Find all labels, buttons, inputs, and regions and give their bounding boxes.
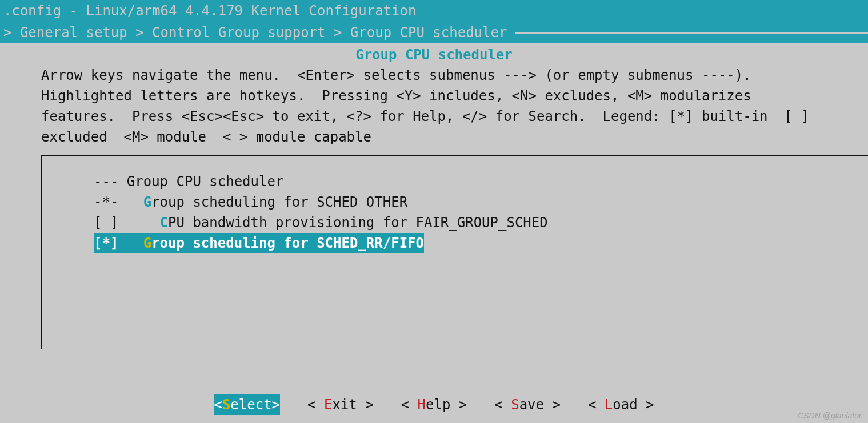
menu-list: --- Group CPU scheduler-*- Group schedul… bbox=[41, 155, 868, 253]
menu-item-mark: [*] bbox=[94, 235, 143, 251]
config-panel: Group CPU scheduler Arrow keys navigate … bbox=[0, 43, 868, 423]
menu-item-2[interactable]: [ ] CPU bandwidth provisioning for FAIR_… bbox=[94, 212, 548, 233]
menu-item-label: Group CPU scheduler bbox=[127, 174, 284, 190]
button-label: ave bbox=[519, 397, 544, 413]
exit-button[interactable]: < Exit > bbox=[307, 394, 374, 415]
button-bar: <Select>< Exit >< Help >< Save >< Load > bbox=[0, 394, 868, 415]
button-hotkey: H bbox=[418, 397, 426, 413]
menu-item-hotkey: G bbox=[143, 235, 151, 251]
menu-item-mark: --- bbox=[94, 174, 127, 190]
watermark: CSDN @glaniator. bbox=[798, 410, 863, 422]
menu-item-label: PU bandwidth provisioning for FAIR_GROUP… bbox=[168, 215, 548, 231]
menu-area: --- Group CPU scheduler-*- Group schedul… bbox=[41, 155, 868, 349]
button-hotkey: S bbox=[511, 397, 519, 413]
menu-item-0[interactable]: --- Group CPU scheduler bbox=[94, 171, 283, 192]
menu-item-3[interactable]: [*] Group scheduling for SCHED_RR/FIFO bbox=[94, 233, 424, 253]
save-button[interactable]: < Save > bbox=[494, 394, 561, 415]
button-label: xit bbox=[332, 397, 357, 413]
menu-item-label: roup scheduling for SCHED_OTHER bbox=[151, 194, 407, 210]
window-title: .config - Linux/arm64 4.4.179 Kernel Con… bbox=[0, 0, 868, 22]
help-text: Arrow keys navigate the menu. <Enter> se… bbox=[0, 65, 868, 147]
breadcrumb: > General setup > Control Group support … bbox=[0, 22, 515, 43]
load-button[interactable]: < Load > bbox=[588, 394, 654, 415]
menu-item-label: roup scheduling for SCHED_RR/FIFO bbox=[151, 235, 424, 251]
button-hotkey: S bbox=[222, 397, 230, 413]
button-label: oad bbox=[613, 397, 637, 413]
button-hotkey: L bbox=[605, 397, 613, 413]
menu-item-mark: -*- bbox=[94, 194, 143, 210]
menu-item-hotkey: G bbox=[143, 194, 151, 210]
panel-title: Group CPU scheduler bbox=[0, 43, 868, 65]
menu-item-mark: [ ] bbox=[94, 215, 160, 231]
button-hotkey: E bbox=[324, 397, 332, 413]
button-label: elp bbox=[426, 397, 450, 413]
select-button[interactable]: <Select> bbox=[214, 394, 280, 415]
menu-item-1[interactable]: -*- Group scheduling for SCHED_OTHER bbox=[94, 192, 407, 212]
help-button[interactable]: < Help > bbox=[401, 394, 467, 415]
breadcrumb-bar: > General setup > Control Group support … bbox=[0, 22, 868, 43]
button-label: elect bbox=[230, 397, 271, 413]
menu-item-hotkey: C bbox=[160, 215, 168, 231]
